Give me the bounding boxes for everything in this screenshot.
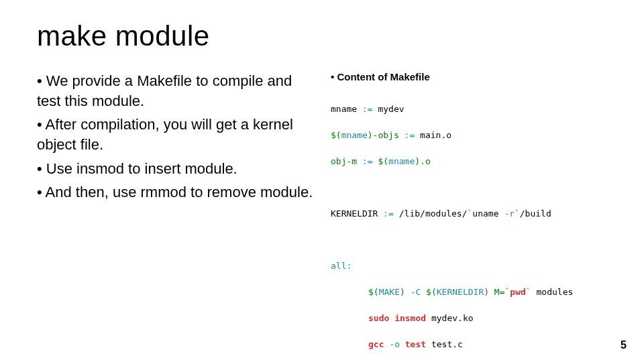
code-line	[331, 181, 610, 194]
bullet-item: • And then, use rmmod to remove module.	[37, 182, 319, 202]
code-heading: Content of Makefile	[331, 71, 610, 82]
left-column: • We provide a Makefile to compile and t…	[37, 71, 319, 362]
bullet-text: And then, use rmmod to remove module.	[46, 184, 313, 200]
bullet-item: • We provide a Makefile to compile and t…	[37, 71, 319, 111]
bullet-item: • After compilation, you will get a kern…	[37, 115, 319, 154]
code-line: KERNELDIR := /lib/modules/`uname -r`/bui…	[331, 207, 610, 221]
code-line: gcc -o test test.c	[331, 338, 610, 351]
right-column: Content of Makefile mname := mydev $(mna…	[331, 71, 610, 362]
code-line: $(mname)-objs := main.o	[331, 129, 610, 142]
bullet-text: After compilation, you will get a kernel…	[37, 116, 293, 153]
code-line: all:	[331, 259, 610, 273]
slide: make module • We provide a Makefile to c…	[0, 0, 644, 362]
slide-title: make module	[37, 20, 610, 52]
code-line: sudo insmod mydev.ko	[331, 312, 610, 325]
bullet-item: • Use insmod to insert module.	[37, 159, 319, 179]
code-line: mname := mydev	[331, 103, 610, 116]
code-line	[331, 233, 610, 247]
page-number: 5	[621, 339, 627, 351]
columns: • We provide a Makefile to compile and t…	[37, 71, 610, 362]
code-line: obj-m := $(mname).o	[331, 155, 610, 168]
bullet-text: We provide a Makefile to compile and tes…	[37, 72, 292, 109]
bullet-list: • We provide a Makefile to compile and t…	[37, 71, 319, 202]
bullet-text: Use insmod to insert module.	[46, 160, 237, 177]
makefile-code: mname := mydev $(mname)-objs := main.o o…	[331, 89, 610, 362]
code-line: $(MAKE) -C $(KERNELDIR) M=`pwd` modules	[331, 286, 610, 299]
